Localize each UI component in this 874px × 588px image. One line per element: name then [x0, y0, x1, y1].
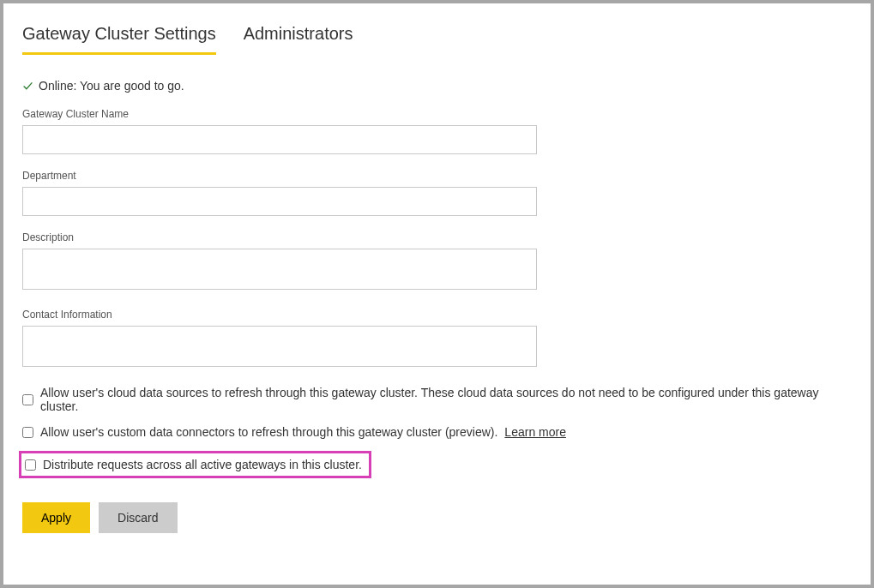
discard-button[interactable]: Discard — [99, 502, 177, 533]
tab-bar: Gateway Cluster Settings Administrators — [22, 24, 852, 55]
status-row: Online: You are good to go. — [22, 79, 852, 93]
field-group-department: Department — [22, 170, 852, 216]
field-group-name: Gateway Cluster Name — [22, 108, 852, 154]
button-row: Apply Discard — [22, 502, 852, 533]
settings-panel: Gateway Cluster Settings Administrators … — [3, 3, 871, 585]
checkbox-row-connectors: Allow user's custom data connectors to r… — [22, 425, 852, 439]
label-description: Description — [22, 231, 852, 243]
contact-information-input[interactable] — [22, 326, 537, 367]
tab-gateway-cluster-settings[interactable]: Gateway Cluster Settings — [22, 24, 216, 55]
allow-cloud-data-sources-checkbox[interactable] — [22, 394, 33, 405]
allow-custom-connectors-label: Allow user's custom data connectors to r… — [40, 425, 497, 439]
checkbox-row-cloud: Allow user's cloud data sources to refre… — [22, 386, 852, 413]
field-group-description: Description — [22, 231, 852, 293]
apply-button[interactable]: Apply — [22, 502, 90, 533]
allow-custom-connectors-checkbox[interactable] — [22, 427, 33, 438]
tab-administrators[interactable]: Administrators — [244, 24, 353, 55]
learn-more-link[interactable]: Learn more — [504, 425, 566, 439]
distribute-requests-checkbox[interactable] — [25, 459, 36, 471]
status-text: Online: You are good to go. — [39, 79, 184, 93]
distribute-requests-label: Distribute requests across all active ga… — [43, 458, 362, 471]
distribute-highlight-box: Distribute requests across all active ga… — [19, 451, 371, 478]
label-gateway-cluster-name: Gateway Cluster Name — [22, 108, 852, 120]
label-department: Department — [22, 170, 852, 182]
check-icon — [22, 81, 33, 92]
description-input[interactable] — [22, 249, 537, 290]
checkbox-section: Allow user's cloud data sources to refre… — [22, 386, 852, 495]
gateway-cluster-name-input[interactable] — [22, 125, 537, 154]
label-contact-information: Contact Information — [22, 309, 852, 321]
allow-cloud-data-sources-label: Allow user's cloud data sources to refre… — [40, 386, 852, 413]
department-input[interactable] — [22, 187, 537, 216]
field-group-contact: Contact Information — [22, 309, 852, 370]
